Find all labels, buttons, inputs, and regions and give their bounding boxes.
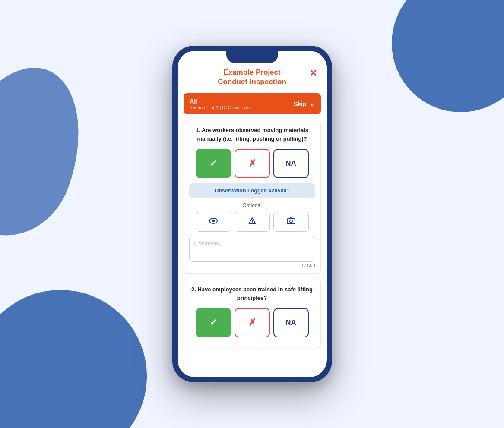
- comments-field[interactable]: Comments: [189, 236, 315, 262]
- na-button-1[interactable]: NA: [273, 149, 309, 178]
- optional-buttons: [189, 212, 315, 232]
- phone-frame: Example Project Conduct Inspection ✕ All…: [172, 46, 332, 382]
- phone-screen: Example Project Conduct Inspection ✕ All…: [178, 51, 327, 377]
- na-button-2[interactable]: NA: [273, 308, 309, 337]
- question-1-text: 1. Are workers observed moving materials…: [189, 126, 315, 143]
- answer-buttons-1: ✓ ✗ NA: [189, 149, 315, 178]
- screen-content: 1. Are workers observed moving materials…: [178, 114, 327, 377]
- yes-button-2[interactable]: ✓: [196, 308, 231, 337]
- phone-wrapper: Example Project Conduct Inspection ✕ All…: [172, 46, 332, 382]
- svg-point-3: [252, 222, 253, 223]
- yes-button-1[interactable]: ✓: [196, 149, 231, 178]
- question-2-card: 2. Have employees been trained in safe l…: [184, 279, 321, 348]
- svg-rect-4: [287, 219, 295, 224]
- question-2-text: 2. Have employees been trained in safe l…: [189, 285, 315, 302]
- phone-notch: [226, 51, 278, 63]
- svg-point-5: [290, 220, 292, 223]
- bg-decoration-left-mid: [0, 49, 104, 253]
- svg-point-1: [212, 220, 215, 222]
- no-button-1[interactable]: ✗: [235, 149, 270, 178]
- section-bar[interactable]: All Section 1 of 1 (13 Questions) Skip ⌄: [184, 93, 321, 114]
- camera-button[interactable]: [273, 212, 309, 232]
- optional-label: Optional: [189, 202, 315, 208]
- section-bar-info: All Section 1 of 1 (13 Questions): [190, 98, 251, 110]
- section-subtitle: Section 1 of 1 (13 Questions): [190, 105, 251, 110]
- comments-placeholder: Comments: [194, 241, 219, 247]
- camera-icon: [287, 217, 295, 227]
- observation-view-button[interactable]: [196, 212, 231, 232]
- char-count: 0 / 500: [189, 263, 315, 268]
- skip-button[interactable]: Skip ⌄: [294, 100, 315, 108]
- bg-decoration-top-right: [392, 0, 504, 112]
- skip-label: Skip: [294, 101, 307, 107]
- eye-icon: [209, 217, 218, 226]
- observation-logged-badge: Observation Logged #205801: [189, 183, 315, 198]
- chevron-down-icon: ⌄: [309, 100, 315, 108]
- no-button-2[interactable]: ✗: [235, 308, 270, 337]
- close-button[interactable]: ✕: [307, 67, 319, 79]
- question-1-card: 1. Are workers observed moving materials…: [184, 120, 321, 274]
- answer-buttons-2: ✓ ✗ NA: [189, 308, 315, 337]
- section-title: All: [190, 98, 251, 105]
- inspection-title: Conduct Inspection: [186, 78, 318, 86]
- project-title: Example Project: [186, 68, 318, 77]
- alert-icon: [248, 217, 256, 227]
- bg-decoration-bottom-left: [0, 290, 147, 428]
- alert-button[interactable]: [235, 212, 270, 232]
